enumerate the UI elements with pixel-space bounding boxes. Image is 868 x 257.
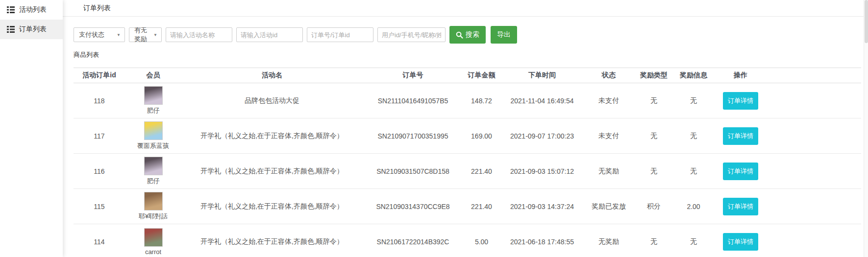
order-detail-button[interactable]: 订单详情 [723,127,758,145]
time-cell: 2021-06-18 17:48:55 [500,224,584,257]
amount-cell: 221.40 [463,189,500,224]
amount-cell: 5.00 [463,224,500,257]
orders-table: 活动订单id会员活动名订单号订单金额下单时间状态奖励类型奖励信息操作 118肥仔… [74,68,861,257]
amount-cell: 169.00 [463,118,500,154]
time-cell: 2021-09-03 14:37:24 [500,189,584,224]
table-row: 118肥仔品牌包包活动大促SN21110416491057B5148.72202… [74,83,861,118]
sidebar: 活动列表订单列表 [0,0,63,257]
member-name: 覆面系蓝孩 [137,141,169,150]
column-header: 奖励信息 [674,68,713,83]
search-button[interactable]: 搜索 [449,26,486,44]
reward-info-cell: 无 [674,83,713,118]
section-label: 商品列表 [74,50,861,59]
avatar [144,157,163,175]
member-cell: carrot [125,224,181,257]
column-header: 奖励类型 [633,68,674,83]
table-row: 116肥仔开学礼（礼义之始,在于正容体,齐颜色,顺辞令）SN2109031507… [74,154,861,189]
action-cell: 订单详情 [713,83,769,118]
action-cell: 订单详情 [713,118,769,154]
amount-cell: 148.72 [463,83,500,118]
avatar [144,228,163,247]
reward-type-cell: 无 [633,83,674,118]
order-no-cell: SN2109071700351995 [363,118,463,154]
member-name: 肥仔 [147,177,160,186]
order-id-cell: 114 [74,224,125,257]
topbar: 订单列表 [63,0,868,17]
user-search-input[interactable] [377,27,446,42]
list-icon [7,26,15,33]
member-name: carrot [145,248,161,256]
sidebar-item-label: 订单列表 [19,25,47,34]
reward-type-cell: 无 [633,154,674,189]
table-header-row: 活动订单id会员活动名订单号订单金额下单时间状态奖励类型奖励信息操作 [74,68,861,83]
status-cell: 奖励已发放 [584,189,633,224]
reward-select[interactable]: 有无奖励 ▼ [129,27,162,42]
order-no-cell: SN21061722014B392C [363,224,463,257]
reward-info-cell: 无 [674,118,713,154]
activity-name-cell: 开学礼（礼义之始,在于正容体,齐颜色,顺辞令） [181,154,363,189]
page-title: 订单列表 [83,4,111,13]
order-no-input[interactable] [307,27,373,42]
action-cell: 订单详情 [713,154,769,189]
column-header: 活动订单id [74,68,125,83]
status-cell: 未支付 [584,83,633,118]
reward-info-cell: 2.00 [674,189,713,224]
table-row: 115耶¥耶對話开学礼（礼义之始,在于正容体,齐颜色,顺辞令）SN2109031… [74,189,861,224]
activity-name-input[interactable] [166,27,232,42]
scrollbar[interactable] [864,0,868,257]
app-window: 活动列表订单列表 订单列表 支付状态 ▼ 有无奖励 ▼ [0,0,868,257]
pay-status-select-value: 支付状态 [79,30,104,39]
order-id-cell: 117 [74,118,125,154]
time-cell: 2021-09-03 15:07:12 [500,154,584,189]
order-detail-button[interactable]: 订单详情 [723,163,758,180]
status-cell: 无奖励 [584,224,633,257]
sidebar-item-label: 活动列表 [19,5,47,14]
column-header: 会员 [125,68,181,83]
filter-bar: 支付状态 ▼ 有无奖励 ▼ 搜索 导出 [74,26,861,44]
time-cell: 2021-11-04 16:49:54 [500,83,584,118]
order-detail-button[interactable]: 订单详情 [723,92,758,110]
avatar [144,121,163,140]
scrollbar-thumb[interactable] [865,0,868,43]
activity-name-cell: 开学礼（礼义之始,在于正容体,齐颜色,顺辞令） [181,224,363,257]
status-cell: 无奖励 [584,154,633,189]
column-header: 订单号 [363,68,463,83]
action-cell: 订单详情 [713,189,769,224]
chevron-down-icon: ▼ [117,33,121,37]
search-button-label: 搜索 [466,30,479,39]
order-id-cell: 115 [74,189,125,224]
order-no-cell: SN21090314370CC9E8 [363,189,463,224]
status-cell: 未支付 [584,118,633,154]
reward-type-cell: 积分 [633,189,674,224]
order-id-cell: 118 [74,83,125,118]
search-icon [456,31,463,39]
activity-name-cell: 开学礼（礼义之始,在于正容体,齐颜色,顺辞令） [181,189,363,224]
order-detail-button[interactable]: 订单详情 [723,198,758,215]
member-cell: 覆面系蓝孩 [125,118,181,154]
action-cell: 订单详情 [713,224,769,257]
column-header: 状态 [584,68,633,83]
activity-name-cell: 品牌包包活动大促 [181,83,363,118]
sidebar-item-orders[interactable]: 订单列表 [0,20,63,39]
reward-select-value: 有无奖励 [134,26,149,44]
list-icon [7,6,15,13]
reward-info-cell: 无 [674,154,713,189]
sidebar-item-activities[interactable]: 活动列表 [0,0,63,20]
avatar [144,86,163,105]
order-no-cell: SN2109031507C8D158 [363,154,463,189]
activity-id-input[interactable] [236,27,303,42]
amount-cell: 221.40 [463,154,500,189]
time-cell: 2021-09-07 17:00:23 [500,118,584,154]
order-id-cell: 116 [74,154,125,189]
reward-info-cell: 无 [674,224,713,257]
column-header: 操作 [713,68,769,83]
member-cell: 肥仔 [125,154,181,189]
activity-name-cell: 开学礼（礼义之始,在于正容体,齐颜色,顺辞令） [181,118,363,154]
order-detail-button[interactable]: 订单详情 [723,233,758,251]
export-button[interactable]: 导出 [491,26,517,44]
table-row: 114carrot开学礼（礼义之始,在于正容体,齐颜色,顺辞令）SN210617… [74,224,861,257]
pay-status-select[interactable]: 支付状态 ▼ [74,27,125,42]
member-cell: 耶¥耶對話 [125,189,181,224]
avatar [144,192,163,210]
order-no-cell: SN21110416491057B5 [363,83,463,118]
